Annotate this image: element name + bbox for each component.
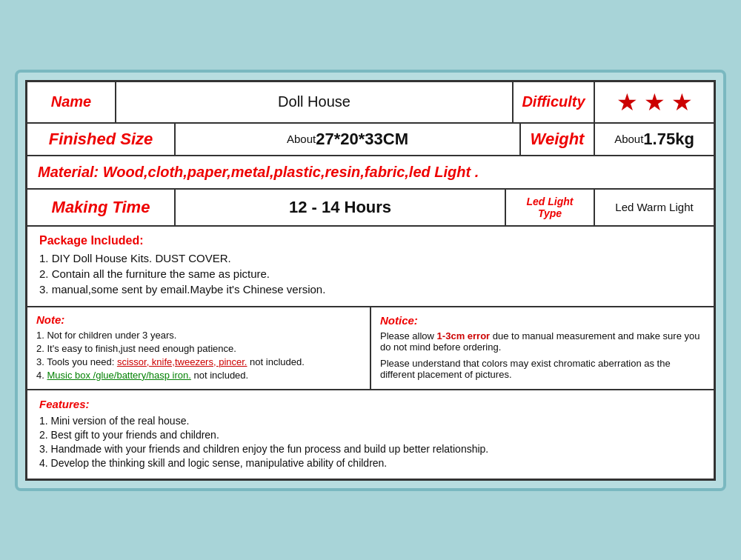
difficulty-label-cell: Difficulty [514,82,595,122]
maketime-label: Making Time [52,198,150,217]
features-row: Features: 1. Mini version of the real ho… [27,390,714,479]
note-cell: Note: 1. Not for children under 3 years.… [27,307,371,389]
features-cell: Features: 1. Mini version of the real ho… [27,390,714,479]
notice-item-2: Please understand that colors may exist … [380,358,705,380]
weight-value: 1.75kg [643,130,694,149]
maketime-value-cell: 12 - 14 Hours [176,190,506,225]
ledval-cell: Led Warm Light [595,190,714,225]
package-title: Package Included: [39,234,144,247]
ledtype-label: Led Light Type [515,196,585,219]
notice-item-1: Please allow 1-3cm error due to manual m… [380,330,705,353]
note-item-3: 3. Tools you need: scissor, knife,tweeze… [36,356,305,367]
star-1: ★ [617,88,638,116]
name-label: Name [51,93,91,110]
note-title: Note: [36,313,64,326]
note-item-2: 2. It's easy to finish,just need enough … [36,343,236,354]
features-item-1: 1. Mini version of the real house. [39,415,189,427]
package-item-2: 2. Contain all the furniture the same as… [39,267,270,280]
maketime-label-cell: Making Time [27,190,176,225]
finsize-value: 27*20*33CM [316,130,408,149]
maketime-value: 12 - 14 Hours [289,198,391,217]
note-item-4: 4. Music box /glue/battery/hasp iron. no… [36,370,248,381]
package-item-1: 1. DIY Doll House Kits. DUST COVER. [39,252,231,264]
package-cell: Package Included: 1. DIY Doll House Kits… [27,227,714,306]
difficulty-label: Difficulty [522,93,585,110]
notice-cell: Notice: Please allow 1-3cm error due to … [371,307,714,389]
material-cell: Material: Wood,cloth,paper,metal,plastic… [27,156,714,188]
material-text: Material: Wood,cloth,paper,metal,plastic… [38,164,703,181]
finsize-about: About [287,133,316,145]
maketime-row: Making Time 12 - 14 Hours Led Light Type… [27,190,714,227]
features-item-3: 3. Handmade with your friends and childr… [39,443,488,455]
weight-value-cell: About 1.75kg [595,124,714,155]
stars-cell: ★ ★ ★ [595,82,714,122]
notice-title: Notice: [380,314,418,327]
material-row: Material: Wood,cloth,paper,metal,plastic… [27,156,714,190]
finsize-label: Finished Size [49,130,153,149]
ledtype-label-cell: Led Light Type [506,190,595,225]
name-value-cell: Doll House [116,82,514,122]
finsize-value-cell: About 27*20*33CM [176,124,521,155]
star-2: ★ [644,88,665,116]
note-item-1: 1. Not for children under 3 years. [36,330,176,341]
weight-about: About [614,133,643,145]
name-value: Doll House [278,93,350,110]
features-item-4: 4. Develop the thinking skill and logic … [39,457,387,469]
notice-highlight: 1-3cm error [437,330,491,341]
weight-label: Weight [531,130,585,149]
package-item-3: 3. manual,some sent by email.Maybe it's … [39,283,325,296]
package-row: Package Included: 1. DIY Doll House Kits… [27,227,714,307]
name-label-cell: Name [27,82,116,122]
features-title: Features: [39,398,90,410]
info-table: Name Doll House Difficulty ★ ★ ★ Finishe… [25,80,716,481]
ledval: Led Warm Light [615,201,693,213]
name-row: Name Doll House Difficulty ★ ★ ★ [27,82,714,124]
features-item-2: 2. Best gift to your friends and childre… [39,429,219,441]
outer-border: Name Doll House Difficulty ★ ★ ★ Finishe… [15,70,726,491]
finsize-row: Finished Size About 27*20*33CM Weight Ab… [27,124,714,156]
note-row: Note: 1. Not for children under 3 years.… [27,307,714,390]
weight-label-cell: Weight [521,124,595,155]
note-link-3: scissor, knife,tweezers, pincer. [117,356,247,367]
note-link-4: Music box /glue/battery/hasp iron. [47,370,190,381]
finsize-label-cell: Finished Size [27,124,176,155]
star-3: ★ [671,88,693,116]
